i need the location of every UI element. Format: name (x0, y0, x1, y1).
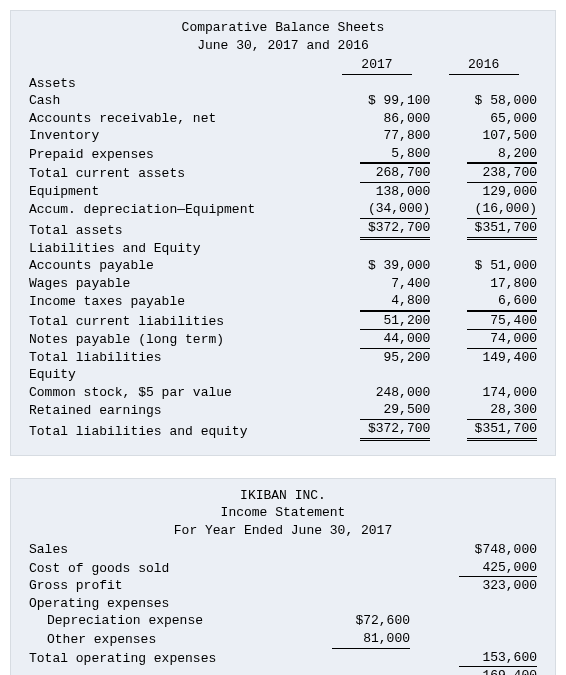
amount-cell (283, 595, 410, 613)
amount-cell: 75,400 (430, 311, 537, 331)
row-label: Retained earnings (29, 401, 324, 420)
amount-cell: (16,000) (430, 200, 537, 219)
row-label: Accounts payable (29, 257, 324, 275)
row-label: Total liabilities (29, 349, 324, 367)
amount-cell: 74,000 (430, 330, 537, 349)
blank (29, 56, 324, 75)
row-label: Inventory (29, 127, 324, 145)
balance-sheet-table: 20172016AssetsCash$ 99,100$ 58,000Accoun… (29, 56, 537, 440)
amount-cell: 238,700 (430, 163, 537, 183)
amount-cell: 28,300 (430, 401, 537, 420)
bs-title-line2: June 30, 2017 and 2016 (29, 37, 537, 55)
amount-cell: $372,700 (324, 420, 431, 441)
amount-cell: $ 51,000 (430, 257, 537, 275)
row-label: Total current assets (29, 163, 324, 183)
amount-cell: 51,200 (324, 311, 431, 331)
income-statement-title: IKIBAN INC. Income Statement For Year En… (29, 487, 537, 540)
amount-cell (283, 577, 410, 595)
is-title-line2: Income Statement (29, 504, 537, 522)
section-liabilities: Liabilities and Equity (29, 240, 324, 258)
row-label: Wages payable (29, 275, 324, 293)
amount-cell: 86,000 (324, 110, 431, 128)
amount-cell (410, 630, 537, 649)
amount-cell: $72,600 (283, 612, 410, 630)
row-label: Accounts receivable, net (29, 110, 324, 128)
amount-cell: $351,700 (430, 420, 537, 441)
balance-sheet: Comparative Balance Sheets June 30, 2017… (10, 10, 556, 456)
section-assets: Assets (29, 75, 324, 93)
row-label: Total current liabilities (29, 311, 324, 331)
amount-cell: 268,700 (324, 163, 431, 183)
amount-cell: 174,000 (430, 384, 537, 402)
row-label: Accum. depreciation—Equipment (29, 200, 324, 219)
row-label: Other expenses (29, 630, 283, 649)
row-label (29, 667, 283, 675)
is-title-line1: IKIBAN INC. (29, 487, 537, 505)
amount-cell: 77,800 (324, 127, 431, 145)
amount-cell (410, 595, 537, 613)
row-label: Common stock, $5 par value (29, 384, 324, 402)
col-2017: 2017 (324, 56, 431, 75)
amount-cell (283, 667, 410, 675)
income-statement-table: Sales$748,000Cost of goods sold425,000Gr… (29, 541, 537, 675)
row-label: Equipment (29, 183, 324, 201)
is-title-line3: For Year Ended June 30, 2017 (29, 522, 537, 540)
amount-cell: $ 39,000 (324, 257, 431, 275)
amount-cell: 153,600 (410, 649, 537, 668)
col-2016: 2016 (430, 56, 537, 75)
amount-cell: (34,000) (324, 200, 431, 219)
row-label: Sales (29, 541, 283, 559)
amount-cell: $ 58,000 (430, 92, 537, 110)
amount-cell: 65,000 (430, 110, 537, 128)
row-label: Total operating expenses (29, 649, 283, 668)
amount-cell: $ 99,100 (324, 92, 431, 110)
balance-sheet-title: Comparative Balance Sheets June 30, 2017… (29, 19, 537, 54)
amount-cell: 425,000 (410, 559, 537, 578)
row-label: Operating expenses (29, 595, 283, 613)
amount-cell: $351,700 (430, 219, 537, 240)
income-statement: IKIBAN INC. Income Statement For Year En… (10, 478, 556, 675)
amount-cell: 323,000 (410, 577, 537, 595)
amount-cell: 107,500 (430, 127, 537, 145)
amount-cell: 4,800 (324, 292, 431, 311)
row-label: Prepaid expenses (29, 145, 324, 164)
amount-cell (283, 541, 410, 559)
amount-cell: 17,800 (430, 275, 537, 293)
amount-cell (410, 612, 537, 630)
bs-title-line1: Comparative Balance Sheets (29, 19, 537, 37)
row-label: Cash (29, 92, 324, 110)
amount-cell: $748,000 (410, 541, 537, 559)
total-liab-equity-label: Total liabilities and equity (29, 420, 324, 441)
amount-cell: 81,000 (283, 630, 410, 649)
amount-cell: 44,000 (324, 330, 431, 349)
row-label: Depreciation expense (29, 612, 283, 630)
row-label: Income taxes payable (29, 292, 324, 311)
amount-cell: 149,400 (430, 349, 537, 367)
section-equity: Equity (29, 366, 324, 384)
amount-cell (283, 559, 410, 578)
amount-cell: 5,800 (324, 145, 431, 164)
amount-cell: 129,000 (430, 183, 537, 201)
amount-cell: 6,600 (430, 292, 537, 311)
amount-cell: 8,200 (430, 145, 537, 164)
amount-cell: 95,200 (324, 349, 431, 367)
row-label: Gross profit (29, 577, 283, 595)
amount-cell: 248,000 (324, 384, 431, 402)
amount-cell: 7,400 (324, 275, 431, 293)
amount-cell: 29,500 (324, 401, 431, 420)
amount-cell (283, 649, 410, 668)
row-label: Notes payable (long term) (29, 330, 324, 349)
row-label: Cost of goods sold (29, 559, 283, 578)
amount-cell: $372,700 (324, 219, 431, 240)
amount-cell: 138,000 (324, 183, 431, 201)
total-assets-label: Total assets (29, 219, 324, 240)
amount-cell: 169,400 (410, 667, 537, 675)
